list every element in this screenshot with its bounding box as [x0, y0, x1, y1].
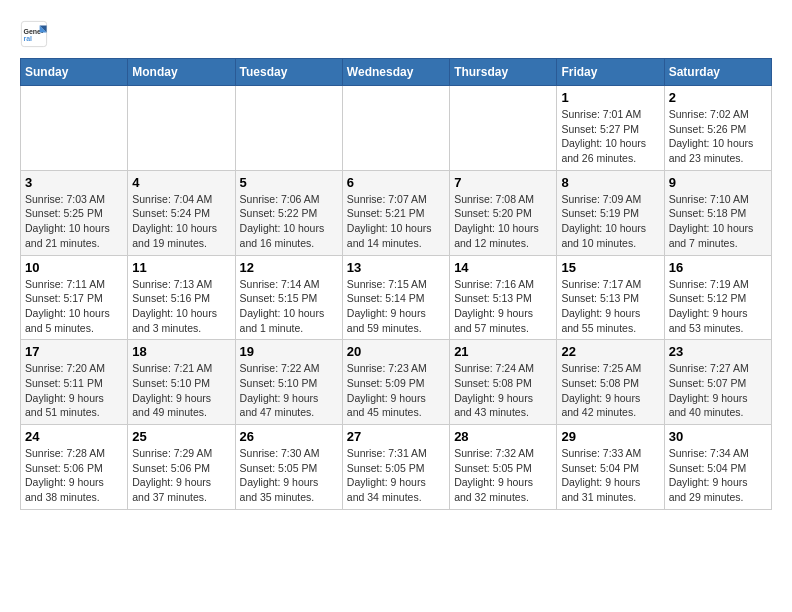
day-info: Sunrise: 7:23 AM Sunset: 5:09 PM Dayligh… — [347, 361, 445, 420]
calendar-cell: 18Sunrise: 7:21 AM Sunset: 5:10 PM Dayli… — [128, 340, 235, 425]
svg-text:ral: ral — [24, 35, 33, 42]
calendar-cell: 13Sunrise: 7:15 AM Sunset: 5:14 PM Dayli… — [342, 255, 449, 340]
calendar-cell: 27Sunrise: 7:31 AM Sunset: 5:05 PM Dayli… — [342, 425, 449, 510]
calendar-cell: 16Sunrise: 7:19 AM Sunset: 5:12 PM Dayli… — [664, 255, 771, 340]
weekday-header: Sunday — [21, 59, 128, 86]
day-number: 18 — [132, 344, 230, 359]
day-info: Sunrise: 7:21 AM Sunset: 5:10 PM Dayligh… — [132, 361, 230, 420]
calendar-cell — [128, 86, 235, 171]
calendar-week-row: 3Sunrise: 7:03 AM Sunset: 5:25 PM Daylig… — [21, 170, 772, 255]
day-info: Sunrise: 7:02 AM Sunset: 5:26 PM Dayligh… — [669, 107, 767, 166]
calendar-week-row: 10Sunrise: 7:11 AM Sunset: 5:17 PM Dayli… — [21, 255, 772, 340]
calendar-cell: 12Sunrise: 7:14 AM Sunset: 5:15 PM Dayli… — [235, 255, 342, 340]
calendar-cell: 1Sunrise: 7:01 AM Sunset: 5:27 PM Daylig… — [557, 86, 664, 171]
calendar-cell: 6Sunrise: 7:07 AM Sunset: 5:21 PM Daylig… — [342, 170, 449, 255]
page-header: Gene- ral — [20, 20, 772, 48]
day-info: Sunrise: 7:25 AM Sunset: 5:08 PM Dayligh… — [561, 361, 659, 420]
day-number: 30 — [669, 429, 767, 444]
day-number: 6 — [347, 175, 445, 190]
calendar-cell: 14Sunrise: 7:16 AM Sunset: 5:13 PM Dayli… — [450, 255, 557, 340]
calendar-cell: 5Sunrise: 7:06 AM Sunset: 5:22 PM Daylig… — [235, 170, 342, 255]
calendar-cell: 22Sunrise: 7:25 AM Sunset: 5:08 PM Dayli… — [557, 340, 664, 425]
day-info: Sunrise: 7:07 AM Sunset: 5:21 PM Dayligh… — [347, 192, 445, 251]
calendar-cell: 30Sunrise: 7:34 AM Sunset: 5:04 PM Dayli… — [664, 425, 771, 510]
day-info: Sunrise: 7:34 AM Sunset: 5:04 PM Dayligh… — [669, 446, 767, 505]
weekday-header: Wednesday — [342, 59, 449, 86]
day-number: 9 — [669, 175, 767, 190]
day-number: 5 — [240, 175, 338, 190]
day-info: Sunrise: 7:04 AM Sunset: 5:24 PM Dayligh… — [132, 192, 230, 251]
day-info: Sunrise: 7:08 AM Sunset: 5:20 PM Dayligh… — [454, 192, 552, 251]
day-info: Sunrise: 7:16 AM Sunset: 5:13 PM Dayligh… — [454, 277, 552, 336]
calendar-cell — [342, 86, 449, 171]
calendar-cell: 19Sunrise: 7:22 AM Sunset: 5:10 PM Dayli… — [235, 340, 342, 425]
calendar-week-row: 1Sunrise: 7:01 AM Sunset: 5:27 PM Daylig… — [21, 86, 772, 171]
calendar-cell: 17Sunrise: 7:20 AM Sunset: 5:11 PM Dayli… — [21, 340, 128, 425]
day-number: 21 — [454, 344, 552, 359]
day-number: 22 — [561, 344, 659, 359]
calendar-cell: 15Sunrise: 7:17 AM Sunset: 5:13 PM Dayli… — [557, 255, 664, 340]
day-info: Sunrise: 7:17 AM Sunset: 5:13 PM Dayligh… — [561, 277, 659, 336]
weekday-header: Tuesday — [235, 59, 342, 86]
calendar-cell: 9Sunrise: 7:10 AM Sunset: 5:18 PM Daylig… — [664, 170, 771, 255]
day-info: Sunrise: 7:19 AM Sunset: 5:12 PM Dayligh… — [669, 277, 767, 336]
day-number: 11 — [132, 260, 230, 275]
day-number: 14 — [454, 260, 552, 275]
day-info: Sunrise: 7:32 AM Sunset: 5:05 PM Dayligh… — [454, 446, 552, 505]
calendar-header: SundayMondayTuesdayWednesdayThursdayFrid… — [21, 59, 772, 86]
weekday-header: Saturday — [664, 59, 771, 86]
calendar-cell — [21, 86, 128, 171]
calendar-cell: 24Sunrise: 7:28 AM Sunset: 5:06 PM Dayli… — [21, 425, 128, 510]
day-info: Sunrise: 7:03 AM Sunset: 5:25 PM Dayligh… — [25, 192, 123, 251]
day-number: 10 — [25, 260, 123, 275]
day-number: 26 — [240, 429, 338, 444]
day-number: 20 — [347, 344, 445, 359]
weekday-header-row: SundayMondayTuesdayWednesdayThursdayFrid… — [21, 59, 772, 86]
calendar-cell: 7Sunrise: 7:08 AM Sunset: 5:20 PM Daylig… — [450, 170, 557, 255]
day-info: Sunrise: 7:28 AM Sunset: 5:06 PM Dayligh… — [25, 446, 123, 505]
logo: Gene- ral — [20, 20, 52, 48]
day-number: 24 — [25, 429, 123, 444]
day-number: 23 — [669, 344, 767, 359]
calendar-body: 1Sunrise: 7:01 AM Sunset: 5:27 PM Daylig… — [21, 86, 772, 510]
day-info: Sunrise: 7:20 AM Sunset: 5:11 PM Dayligh… — [25, 361, 123, 420]
day-number: 12 — [240, 260, 338, 275]
weekday-header: Thursday — [450, 59, 557, 86]
day-number: 25 — [132, 429, 230, 444]
day-number: 27 — [347, 429, 445, 444]
day-number: 16 — [669, 260, 767, 275]
weekday-header: Friday — [557, 59, 664, 86]
weekday-header: Monday — [128, 59, 235, 86]
day-number: 4 — [132, 175, 230, 190]
calendar-cell: 28Sunrise: 7:32 AM Sunset: 5:05 PM Dayli… — [450, 425, 557, 510]
calendar-cell: 10Sunrise: 7:11 AM Sunset: 5:17 PM Dayli… — [21, 255, 128, 340]
day-number: 7 — [454, 175, 552, 190]
calendar-cell: 26Sunrise: 7:30 AM Sunset: 5:05 PM Dayli… — [235, 425, 342, 510]
day-info: Sunrise: 7:13 AM Sunset: 5:16 PM Dayligh… — [132, 277, 230, 336]
day-number: 28 — [454, 429, 552, 444]
day-number: 29 — [561, 429, 659, 444]
day-number: 13 — [347, 260, 445, 275]
day-info: Sunrise: 7:09 AM Sunset: 5:19 PM Dayligh… — [561, 192, 659, 251]
day-info: Sunrise: 7:31 AM Sunset: 5:05 PM Dayligh… — [347, 446, 445, 505]
calendar-cell: 21Sunrise: 7:24 AM Sunset: 5:08 PM Dayli… — [450, 340, 557, 425]
day-info: Sunrise: 7:22 AM Sunset: 5:10 PM Dayligh… — [240, 361, 338, 420]
calendar-cell: 3Sunrise: 7:03 AM Sunset: 5:25 PM Daylig… — [21, 170, 128, 255]
day-number: 1 — [561, 90, 659, 105]
day-number: 19 — [240, 344, 338, 359]
day-info: Sunrise: 7:15 AM Sunset: 5:14 PM Dayligh… — [347, 277, 445, 336]
day-info: Sunrise: 7:01 AM Sunset: 5:27 PM Dayligh… — [561, 107, 659, 166]
calendar-cell: 4Sunrise: 7:04 AM Sunset: 5:24 PM Daylig… — [128, 170, 235, 255]
day-info: Sunrise: 7:06 AM Sunset: 5:22 PM Dayligh… — [240, 192, 338, 251]
calendar-cell: 29Sunrise: 7:33 AM Sunset: 5:04 PM Dayli… — [557, 425, 664, 510]
calendar-cell: 23Sunrise: 7:27 AM Sunset: 5:07 PM Dayli… — [664, 340, 771, 425]
day-info: Sunrise: 7:33 AM Sunset: 5:04 PM Dayligh… — [561, 446, 659, 505]
logo-icon: Gene- ral — [20, 20, 48, 48]
calendar-cell — [235, 86, 342, 171]
day-info: Sunrise: 7:14 AM Sunset: 5:15 PM Dayligh… — [240, 277, 338, 336]
calendar-cell: 11Sunrise: 7:13 AM Sunset: 5:16 PM Dayli… — [128, 255, 235, 340]
calendar-cell: 20Sunrise: 7:23 AM Sunset: 5:09 PM Dayli… — [342, 340, 449, 425]
calendar-week-row: 24Sunrise: 7:28 AM Sunset: 5:06 PM Dayli… — [21, 425, 772, 510]
day-number: 8 — [561, 175, 659, 190]
calendar-cell: 8Sunrise: 7:09 AM Sunset: 5:19 PM Daylig… — [557, 170, 664, 255]
